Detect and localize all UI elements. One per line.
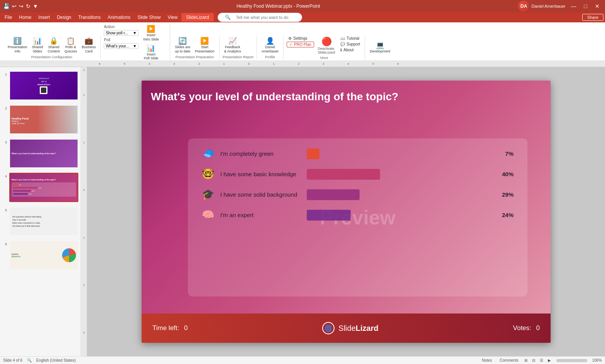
footer-timer: Time left: 0 — [152, 324, 188, 332]
menu-insert[interactable]: Insert — [35, 14, 53, 21]
profile-icon: 👤 — [266, 37, 274, 44]
shared-slides-button[interactable]: 📊 SharedSlides — [30, 37, 45, 54]
poll-bar-4 — [307, 210, 351, 221]
menu-bar: File Home Insert Design Transitions Anim… — [0, 12, 605, 22]
user-avatar[interactable]: DA — [518, 1, 529, 12]
brand-name: SlideLizard — [338, 324, 378, 333]
settings-button[interactable]: ⚙ Settings — [287, 36, 314, 41]
poll-percentage-3: 29% — [495, 191, 514, 198]
slide-thumbnail-6[interactable]: 6 Healthy Balance — [2, 240, 79, 271]
search-icon: 🔍 — [222, 14, 234, 21]
slide-preview-3[interactable]: What's your level of understanding of th… — [9, 139, 78, 168]
error-check-icon: 🔍 — [27, 358, 32, 362]
zoom-slider[interactable] — [556, 359, 587, 362]
analytics-icon: 📈 — [228, 37, 237, 44]
slide-sorter-button[interactable]: ⊟ — [531, 357, 536, 363]
poll-emoji-4: 🧠 — [202, 209, 215, 221]
slide-count: Slide 4 of 6 — [3, 358, 22, 362]
slide-preview-4[interactable]: What's your level of understanding of th… — [9, 173, 78, 202]
deactivate-icon: 🔴 — [321, 37, 332, 47]
poll-percentage-2: 40% — [495, 171, 514, 177]
slide-thumbnail-1[interactable]: 1 slidelizard Join at attend.sl/1yuv — [2, 70, 79, 101]
poll-row-1: 🧢 I'm completely green 7% — [202, 148, 514, 160]
poll-bar-track-4 — [307, 210, 490, 221]
close-button[interactable]: ✕ — [593, 2, 602, 10]
search-bar[interactable]: 🔍 — [218, 13, 302, 22]
menu-slideshow[interactable]: Slide Show — [134, 14, 164, 21]
vertical-ruler: 3 210123 — [81, 67, 87, 356]
zoom-level: 106% — [592, 358, 602, 362]
menu-home[interactable]: Home — [16, 14, 34, 21]
profile-button[interactable]: 👤 DanielAmerbauer — [260, 37, 281, 54]
title-bar: 💾 ↩ ↪ ↻ ▼ Healthy Food Webinar.pptx - Po… — [0, 0, 605, 12]
canvas-area: What's your level of understanding of th… — [87, 67, 605, 356]
tutorial-icon: 📖 — [340, 36, 345, 40]
about-button[interactable]: ℹ About — [339, 47, 362, 52]
time-value: 0 — [184, 324, 188, 332]
slide-thumbnail-3[interactable]: 3 What's your level of understanding of … — [2, 138, 79, 169]
poll-bar-1 — [307, 148, 319, 159]
support-button[interactable]: 💬 Support — [339, 42, 362, 47]
minimize-button[interactable]: — — [569, 2, 579, 10]
repeat-button[interactable]: ↻ — [26, 3, 30, 9]
notes-button[interactable]: Notes — [480, 357, 494, 363]
search-input[interactable] — [236, 15, 298, 20]
slide-number-2: 2 — [2, 105, 7, 110]
shared-content-button[interactable]: 🔒 SharedContent — [46, 37, 62, 54]
share-button[interactable]: Share — [582, 14, 603, 21]
menu-view[interactable]: View — [164, 14, 181, 21]
ribbon-group-more: ⚙ Settings ✓ PRO Plan 🔴 DeactivateSlideL… — [284, 35, 365, 60]
polls-quizzes-button[interactable]: 📋 Polls &Quizzes — [63, 37, 79, 54]
slide-thumbnail-5[interactable]: 5 Ask questions without interrupting Vot… — [2, 206, 79, 237]
development-button[interactable]: 💻 Development — [368, 41, 392, 54]
customize-button[interactable]: ▼ — [33, 3, 38, 9]
menu-design[interactable]: Design — [54, 14, 74, 21]
deactivate-slidelizard-button[interactable]: 🔴 DeactivateSlideLizard — [315, 36, 338, 55]
poll-bar-track-3 — [307, 189, 490, 200]
undo-button[interactable]: ↩ — [12, 3, 17, 9]
poll-bar-track-2 — [307, 169, 490, 180]
save-button[interactable]: 💾 — [3, 3, 10, 9]
maximize-button[interactable]: □ — [582, 2, 590, 10]
slide-preview-1[interactable]: slidelizard Join at attend.sl/1yuv — [9, 71, 78, 100]
sync-icon: 🔄 — [178, 37, 187, 44]
insert-poll-slide-button[interactable]: 📊 InsertPoll Slide — [142, 44, 161, 62]
footer-votes: Votes: 0 — [513, 324, 540, 332]
menu-file[interactable]: File — [2, 14, 15, 21]
window-title: Healthy Food Webinar.pptx - PowerPoint — [38, 3, 519, 9]
comments-button[interactable]: Comments — [497, 357, 521, 363]
pro-plan-button[interactable]: ✓ PRO Plan — [287, 42, 314, 47]
presentation-info-button[interactable]: ℹ️ PresentationInfo — [6, 37, 29, 54]
ribbon-group-config: ℹ️ PresentationInfo 📊 SharedSlides 🔒 Sha… — [3, 36, 101, 59]
insert-intro-icon: ▶️ — [147, 25, 155, 32]
redo-button[interactable]: ↪ — [19, 3, 24, 9]
slide-thumbnail-2[interactable]: 2 Healthy Food Webinar made @ Home — [2, 104, 79, 135]
poll-dropdown[interactable]: What's your...▼ — [104, 43, 139, 49]
pro-plan-icon: ✓ — [289, 42, 292, 47]
quick-access-toolbar: 💾 ↩ ↪ ↻ ▼ — [3, 3, 38, 9]
profile-area: DA Daniel Amerbauer — [518, 1, 565, 12]
slides-up-to-date-button[interactable]: 🔄 Slides areup to date — [173, 37, 192, 54]
insert-poll-icon: 📊 — [147, 45, 155, 52]
menu-animations[interactable]: Animations — [105, 14, 134, 21]
menu-transitions[interactable]: Transitions — [75, 14, 104, 21]
footer-brand: 🌀 SlideLizard — [322, 322, 378, 334]
tutorial-button[interactable]: 📖 Tutorial — [339, 36, 362, 41]
slide-preview-5[interactable]: Ask questions without interrupting Vote … — [9, 207, 78, 236]
reading-view-button[interactable]: ☰ — [539, 357, 544, 363]
normal-view-button[interactable]: ⊞ — [524, 357, 528, 363]
poll-percentage-4: 24% — [495, 212, 514, 218]
start-presentation-button[interactable]: ▶️ StartPresentation — [193, 37, 216, 54]
slide-number-6: 6 — [2, 241, 7, 246]
slide-preview-2[interactable]: Healthy Food Webinar made @ Home — [9, 105, 78, 134]
menu-slidelizard[interactable]: SlideLizard — [181, 13, 213, 22]
slide-thumbnail-4[interactable]: 4 What's your level of understanding of … — [2, 172, 79, 203]
insert-intro-slide-button[interactable]: ▶️ InsertIntro Slide — [142, 25, 161, 42]
status-bar: Slide 4 of 6 🔍 English (United States) N… — [0, 356, 605, 364]
business-card-button[interactable]: 💼 BusinessCard — [80, 37, 98, 54]
action-dropdown[interactable]: Show poll r...▼ — [104, 30, 139, 36]
feedback-analytics-button[interactable]: 📈 Feedback& Analytics — [223, 37, 243, 54]
slideshow-button[interactable]: ▶ — [547, 357, 552, 363]
slide-preview-6[interactable]: Healthy Balance — [9, 241, 78, 270]
ribbon-group-report: 📈 Feedback& Analytics Presentation Repor… — [220, 36, 257, 59]
